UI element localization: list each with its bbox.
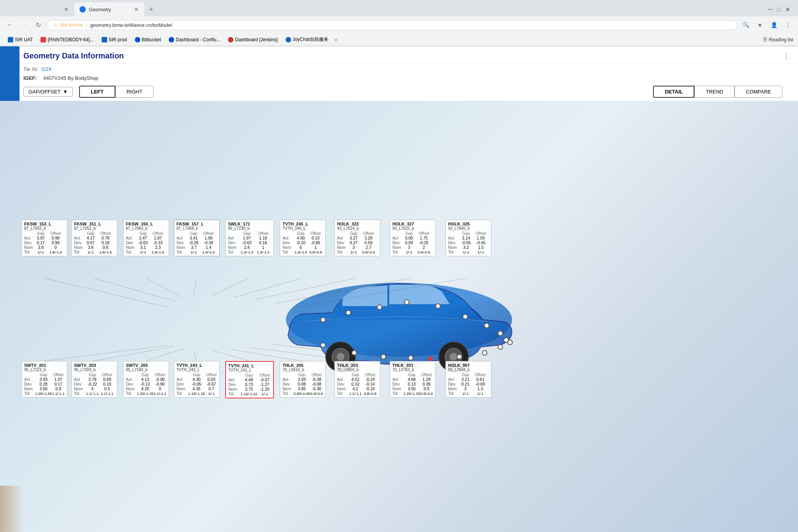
url-text: geometry.bmw-brilliance.cn/bsModel (90, 22, 172, 28)
url-bar[interactable]: ⚠ Not secure | geometry.bmw-brilliance.c… (47, 20, 737, 30)
svg-point-11 (436, 304, 440, 308)
card-subtitle: 87_L7068_b (177, 226, 217, 231)
car-diagram (263, 242, 535, 374)
svg-point-21 (457, 354, 462, 359)
data-card-SWTV_201[interactable]: SWTV_201 95_L7223_b GapOffset Act3.931.0… (21, 361, 67, 398)
card-subtitle: 93_L7640_b (448, 226, 489, 231)
svg-point-7 (321, 317, 325, 322)
right-button[interactable]: RIGHT (115, 86, 154, 98)
breadcrumb-link[interactable]: G2X (41, 66, 51, 72)
compare-button[interactable]: COMPARE (734, 86, 782, 98)
left-right-toggle: LEFT RIGHT (79, 86, 154, 98)
gap-offset-dropdown[interactable]: GAP/OFFSET ▼ (23, 87, 73, 97)
data-card-HOLK_325[interactable]: HOLK_325 93_L7640_b GapOffset Act3.141.0… (445, 220, 491, 256)
bookmark-bitbucket[interactable]: Bitbucket (132, 36, 164, 43)
data-card-HOLK_907[interactable]: HOLK_907 93_L7648_b GapOffset Act3.210.6… (445, 361, 491, 398)
data-card-SWTV_203[interactable]: SWTV_203 95_L7204_b GapOffset Act3.780.6… (71, 361, 117, 398)
reload-button[interactable]: ↻ (33, 19, 44, 30)
data-card-FKSW_157_L[interactable]: FKSW_157_L 87_L7068_b GapOffset Act3.411… (174, 220, 220, 256)
card-subtitle: 87_L7042_b (24, 226, 65, 231)
bookmarks-bar: SIR UAT [PAINTEDBODY-64]... SIR prod Bit… (0, 33, 798, 46)
card-subtitle: 87_L7060_b (126, 226, 166, 231)
card-subtitle: 95_L7230_b (228, 226, 271, 231)
data-card-SWTV_205[interactable]: SWTV_205 95_L7190_b GapOffset Act4.13-0.… (123, 361, 169, 398)
main-diagram-area: FKSW_153_L 87_L7042_b GapOffset Act3.970… (0, 101, 798, 532)
tab-favicon (79, 6, 86, 12)
svg-point-23 (498, 345, 503, 349)
tab-active[interactable]: Geometry ✕ (74, 2, 144, 16)
card-title: FKSW_155_L (126, 222, 166, 226)
bookmark-label: SIR prod (109, 37, 127, 42)
data-card-FKSW_153_L[interactable]: FKSW_153_L 87_L7042_b GapOffset Act3.970… (21, 220, 67, 256)
data-card-HOLK_323[interactable]: HOLK_323 93_L7624_b GapOffset Act3.273.2… (334, 220, 380, 256)
card-subtitle: 95_L7190_b (126, 368, 166, 372)
bookmark-joychat[interactable]: JoyChat自助服务 (282, 35, 332, 44)
back-button[interactable]: ← (5, 19, 16, 30)
card-title: HOLK_327 (392, 222, 433, 226)
toolbar: GAP/OFFSET ▼ LEFT RIGHT DETAIL TREND COM… (0, 83, 798, 101)
data-card-FKSW_155_L[interactable]: FKSW_155_L 87_L7060_b GapOffset Act2.471… (123, 220, 169, 256)
data-card-THLK_203[interactable]: THLK_203 70_L5804_b GapOffset Act4.52-0.… (334, 361, 380, 398)
bookmark-paintedbody[interactable]: [PAINTEDBODY-64]... (37, 36, 97, 43)
svg-point-3 (337, 353, 344, 361)
card-subtitle: 95_L7223_b (24, 368, 65, 372)
svg-point-22 (482, 351, 487, 355)
svg-point-18 (381, 354, 386, 359)
data-card-TVTH_243_L[interactable]: TVTH_243_L TVTH_243_L GapOffset Act4.300… (174, 361, 220, 398)
reading-list-button[interactable]: ☰ Reading list (763, 37, 793, 42)
svg-point-12 (463, 314, 468, 319)
bookmark-confluence[interactable]: Dashboard - Conflu... (166, 36, 223, 43)
card-subtitle: 93_L7632_b (392, 226, 433, 231)
card-subtitle: 70_L5783_b (392, 368, 433, 372)
trend-button[interactable]: TREND (694, 86, 734, 98)
svg-line-29 (212, 278, 249, 296)
svg-point-24 (508, 340, 512, 345)
tab-label: Geometry (89, 7, 111, 12)
gap-offset-label: GAP/OFFSET (28, 89, 60, 95)
card-title: TVTH_241_L (228, 363, 271, 368)
data-card-TVTH_245_L[interactable]: TVTH_245_L TVTH_245_L GapOffset Act4.900… (280, 220, 326, 256)
bookmark-sir-prod[interactable]: SIR prod (99, 36, 130, 43)
address-bar: ← → ↻ ⚠ Not secure | geometry.bmw-brilli… (0, 16, 798, 33)
reading-list-label: Reading list (769, 37, 793, 42)
data-card-TVTH_241_L[interactable]: TVTH_241_L TVTH_241_L GapOffset Act4.48-… (225, 361, 274, 398)
card-title: FKSW_157_L (177, 222, 217, 226)
bookmark-jenkins[interactable]: Dashboard [Jenkins] (225, 36, 281, 43)
security-warning: ⚠ (53, 22, 58, 28)
search-icon[interactable]: 🔍 (740, 19, 751, 30)
svg-line-28 (194, 278, 196, 296)
maximize-button[interactable]: □ (777, 6, 780, 12)
minimize-button[interactable]: ─ (768, 6, 772, 13)
bookmark-sir-uat[interactable]: SIR UAT (5, 36, 36, 43)
profile-icon[interactable]: 👤 (768, 19, 779, 30)
svg-line-35 (94, 346, 175, 361)
menu-icon[interactable]: ⋮ (782, 19, 793, 30)
data-card-FKSW_151_L[interactable]: FKSW_151_L 87_L7052_b GapOffset Act4.170… (71, 220, 117, 256)
left-button[interactable]: LEFT (79, 86, 115, 98)
tab-inactive[interactable]: ✕ (4, 2, 74, 16)
url-warning-text: Not secure (60, 22, 83, 28)
close-active-tab[interactable]: ✕ (134, 6, 139, 12)
card-title: THLK_205 (282, 363, 323, 368)
svg-line-26 (94, 278, 175, 301)
new-tab-button[interactable]: + (146, 4, 157, 15)
detail-button[interactable]: DETAIL (653, 86, 694, 98)
bookmark-icon[interactable]: ★ (754, 19, 765, 30)
options-menu-button[interactable]: ⋮ (782, 51, 790, 60)
card-title: HOLK_325 (448, 222, 489, 226)
close-inactive-tab[interactable]: ✕ (64, 6, 69, 12)
data-card-HOLK_327[interactable]: HOLK_327 93_L7632_b GapOffset Act3.001.7… (390, 220, 436, 256)
card-title: FKSW_153_L (24, 222, 65, 226)
data-card-THLK_201[interactable]: THLK_201 70_L5783_b GapOffset Act4.681.2… (390, 361, 436, 398)
svg-point-9 (377, 305, 382, 310)
card-title: SWTV_201 (24, 363, 65, 368)
bookmark-label: Bitbucket (142, 37, 161, 42)
card-subtitle: TVTH_241_L (228, 368, 271, 372)
svg-point-20 (428, 357, 432, 361)
data-card-SWLK_171[interactable]: SWLK_171 95_L7230_b GapOffset Act1.971.1… (225, 220, 274, 256)
card-subtitle: 93_L7648_b (448, 368, 489, 372)
data-card-THLK_205[interactable]: THLK_205 70_L5810_b GapOffset Act3.93-0.… (280, 361, 326, 398)
card-subtitle: 70_L5810_b (282, 368, 323, 372)
close-window-button[interactable]: ✕ (785, 6, 790, 13)
forward-button[interactable]: → (19, 19, 30, 30)
